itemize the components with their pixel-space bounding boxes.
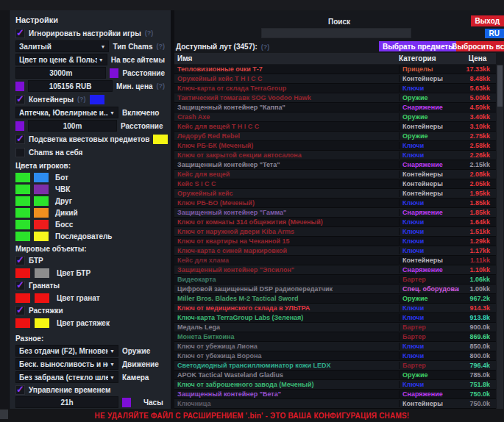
table-row[interactable]: Светодиодный трансиллюминатор кожи LEDXБ… xyxy=(174,361,496,371)
table-row[interactable]: Защищенный контейнер "Бета"Снаряжение750… xyxy=(174,390,496,399)
item-name: APOK Tactical Wasteland Gladius xyxy=(174,371,399,379)
player-visible-color-swatch[interactable] xyxy=(34,208,49,218)
self-chams-checkbox[interactable] xyxy=(15,148,25,157)
player-base-color-swatch[interactable] xyxy=(15,232,30,241)
grenade-color-swatch-2[interactable] xyxy=(35,293,49,303)
search-input[interactable] xyxy=(261,28,411,38)
distance-input[interactable]: 3000m xyxy=(15,67,106,79)
player-color-label: Бот xyxy=(55,174,68,182)
language-button[interactable]: RU xyxy=(485,29,504,38)
player-visible-color-swatch[interactable] xyxy=(34,196,49,206)
time-control-checkbox[interactable]: ✓ xyxy=(15,385,25,395)
distance-color-swatch[interactable] xyxy=(110,68,118,78)
table-row[interactable]: Медаль LegaБартер900.0k xyxy=(174,323,496,332)
grenade-color-swatch-1[interactable] xyxy=(15,293,30,303)
table-row[interactable]: Crash AxeОружие3.40kk xyxy=(174,112,496,122)
item-category: Бартер xyxy=(399,362,459,369)
table-row[interactable]: Ключ от наружной двери Kiba ArmsКлючи1.5… xyxy=(174,227,496,237)
table-row[interactable]: Монета БиткоинаБартер869.6k xyxy=(174,332,496,342)
containers-checkbox[interactable]: ✓ xyxy=(15,95,25,104)
hours-row: 21h Часы xyxy=(15,396,165,409)
table-row[interactable]: Защищенный контейнер "Каппа"Снаряжение4.… xyxy=(174,103,496,112)
table-row[interactable]: Ключ-карта с синей маркировкойКлючи1.17k… xyxy=(174,246,496,256)
player-base-color-swatch[interactable] xyxy=(15,220,30,229)
table-row[interactable]: Кейс для вещейКонтейнеры2.08kk xyxy=(174,170,496,179)
table-row[interactable]: Ключ от заброшенного завода (Меченый)Клю… xyxy=(174,380,496,390)
table-row[interactable]: Тепловизионные очки Т-7Прицелы17.33kk xyxy=(174,65,496,74)
hours-color-swatch[interactable] xyxy=(122,398,131,407)
btr-checkbox[interactable]: ✓ xyxy=(15,256,25,265)
chams-type-dropdown[interactable]: Залитый ▼ xyxy=(15,40,109,52)
table-row[interactable]: Ледоруб Red RebelОружие2.75kk xyxy=(174,132,496,141)
table-row[interactable]: Защищенный контейнер "Гамма"Снаряжение1.… xyxy=(174,208,496,218)
movement-dropdown[interactable]: Беск. выносливость и нет уста ▼ xyxy=(15,358,118,370)
apply-mode-dropdown[interactable]: Цвет по цене & Пользователь ▼ xyxy=(15,54,107,65)
player-base-color-swatch[interactable] xyxy=(15,196,30,206)
player-visible-color-swatch[interactable] xyxy=(34,185,49,194)
table-row[interactable]: Цифровой защищенный DSP радиопередатчикС… xyxy=(174,285,496,294)
grenades-checkbox[interactable]: ✓ xyxy=(15,281,25,290)
min-price-input[interactable]: 105156 RUB xyxy=(28,80,113,92)
container-distance-input[interactable]: 100m xyxy=(28,120,117,132)
container-distance-color-swatch[interactable] xyxy=(15,121,24,131)
table-row[interactable]: APOK Tactical Wasteland GladiusОружие785… xyxy=(174,371,496,380)
table-row[interactable]: Ключ РБ-БО (Меченый)Ключи1.85kk xyxy=(174,199,496,208)
help-hint[interactable]: (?) xyxy=(261,43,270,51)
tripwire-color-swatch-1[interactable] xyxy=(15,318,30,328)
table-row[interactable]: Тактический томагавк SOG Voodoo HawkОруж… xyxy=(174,93,496,103)
item-category: Контейнеры xyxy=(399,123,459,130)
tripwire-color-swatch-2[interactable] xyxy=(35,318,49,328)
column-name[interactable]: Имя xyxy=(174,54,396,62)
table-row[interactable]: Ключ-карта от склада TerraGroupКлючи5.63… xyxy=(174,84,496,93)
player-visible-color-swatch[interactable] xyxy=(34,232,49,241)
player-visible-color-swatch[interactable] xyxy=(34,173,49,182)
btr-color-swatch-2[interactable] xyxy=(35,268,49,278)
tripwires-checkbox[interactable]: ✓ xyxy=(15,306,25,315)
weapon-dropdown[interactable]: Без отдачи (F2), Мгновенное п ▼ xyxy=(15,345,118,357)
table-row[interactable]: Ключ от комнаты 314 общежития (Меченый)К… xyxy=(174,218,496,227)
help-hint[interactable]: (?) xyxy=(157,43,166,50)
quest-highlight-checkbox[interactable]: ✓ xyxy=(15,135,25,144)
camera-dropdown[interactable]: Без забрала (стекло шлема) ▼ xyxy=(15,371,118,383)
table-scrollbar[interactable] xyxy=(497,65,503,409)
exit-button[interactable]: Выход xyxy=(471,15,504,26)
table-row[interactable]: Кейс для хламаКонтейнеры1.11kk xyxy=(174,256,496,265)
table-row[interactable]: Кейс S I C CКонтейнеры2.05kk xyxy=(174,179,496,189)
table-row[interactable]: Ключ РБ-БК (Меченый)Ключи2.58kk xyxy=(174,141,496,151)
help-hint[interactable]: (?) xyxy=(77,96,86,103)
table-row[interactable]: Оружейный кейс T H I C CКонтейнеры8.48kk xyxy=(174,74,496,84)
player-visible-color-swatch[interactable] xyxy=(34,220,49,229)
player-base-color-swatch[interactable] xyxy=(15,173,30,182)
resize-handle[interactable] xyxy=(0,410,8,419)
table-row[interactable]: ВидеокартаБартер1.06kk xyxy=(174,275,496,285)
container-types-dropdown[interactable]: Аптечка, Ювелирные и... ▼ xyxy=(15,107,118,118)
help-hint[interactable]: (?) xyxy=(145,29,154,37)
column-price[interactable]: Цена xyxy=(459,54,496,62)
table-row[interactable]: Ключ от убежища ЛионаКлючи850.0k xyxy=(174,342,496,351)
ignore-game-settings-checkbox[interactable]: ✓ xyxy=(15,29,25,38)
player-base-color-swatch[interactable] xyxy=(15,208,30,218)
player-base-color-swatch[interactable] xyxy=(15,185,30,194)
table-row[interactable]: Miller Bros. Blades M-2 Tactical SwordОр… xyxy=(174,294,496,304)
scrollbar-thumb[interactable] xyxy=(497,65,503,107)
table-row[interactable]: Ключ от квартиры на Чеканной 15Ключи1.29… xyxy=(174,237,496,246)
table-row[interactable]: Оружейный кейсКонтейнеры1.95kk xyxy=(174,189,496,199)
table-row[interactable]: Ключ-карта TerraGroup Labs (Зеленая)Ключ… xyxy=(174,313,496,323)
table-row[interactable]: Защищенный контейнер "Тета"Снаряжение2.1… xyxy=(174,160,496,170)
btr-color-swatch-1[interactable] xyxy=(15,268,30,278)
drop-all-button[interactable]: Выбросить все xyxy=(456,41,504,51)
table-row[interactable]: КлючницаКонтейнеры750.0k xyxy=(174,399,496,409)
quest-color-swatch[interactable] xyxy=(153,135,168,144)
min-price-color-swatch[interactable] xyxy=(15,82,24,91)
table-row[interactable]: Кейс для вещей T H I C CКонтейнеры3.10kk xyxy=(174,122,496,132)
column-category[interactable]: Категория xyxy=(396,54,459,62)
help-hint[interactable]: (?) xyxy=(157,82,166,90)
player-color-label: Дикий xyxy=(55,209,78,217)
containers-color-swatch[interactable] xyxy=(90,95,104,104)
table-row[interactable]: Защищенный контейнер "Эпсилон"Снаряжение… xyxy=(174,265,496,275)
table-row[interactable]: Ключ от медицинского склада в УЛЬТРАКлюч… xyxy=(174,304,496,313)
item-name: Ключ РБ-БК (Меченый) xyxy=(174,142,399,149)
table-row[interactable]: Ключ от закрытой секции автосалонаКлючи2… xyxy=(174,151,496,160)
table-row[interactable]: Ключ от убежища ВоронаКлючи800.0k xyxy=(174,351,496,361)
hours-input[interactable]: 21h xyxy=(15,396,118,408)
